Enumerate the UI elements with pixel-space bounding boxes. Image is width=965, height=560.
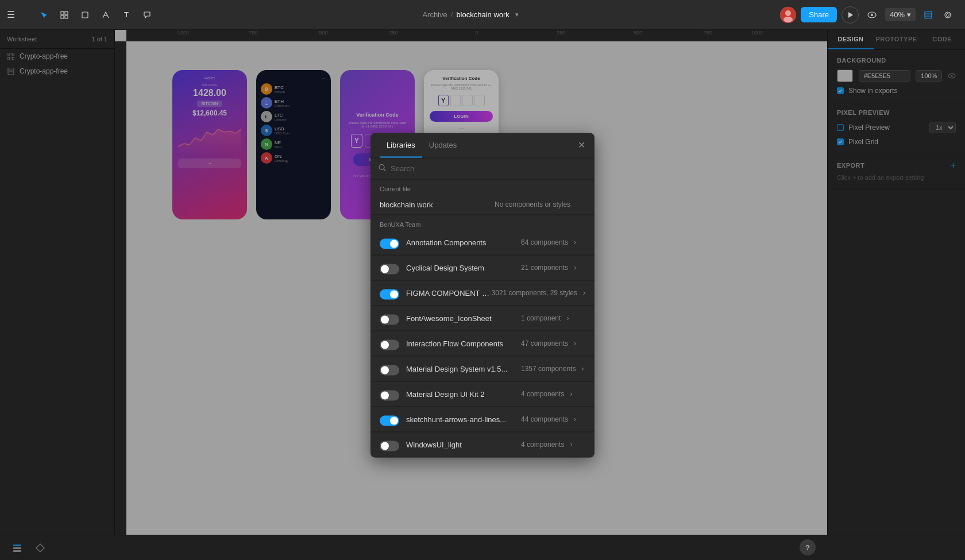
toggle-button-3[interactable] — [380, 314, 399, 325]
library-item-3[interactable]: FontAwesome_IconSheet 1 component › — [370, 306, 595, 331]
library-count-4: 47 components — [521, 339, 568, 347]
frame-tool[interactable] — [55, 6, 74, 24]
library-item-8[interactable]: WindowsUI_light 4 components › — [370, 432, 595, 457]
current-file-name: blockchain work — [380, 200, 495, 208]
archive-link[interactable]: Archive — [422, 10, 447, 19]
library-count-6: 4 components — [521, 390, 564, 398]
chevron-6: › — [570, 390, 572, 398]
library-count-8: 4 components — [521, 441, 564, 449]
toggle-0[interactable] — [380, 235, 399, 249]
toggle-3[interactable] — [380, 311, 399, 325]
breadcrumb: Archive / blockchain work ▾ — [161, 10, 780, 19]
chevron-2: › — [583, 289, 585, 297]
library-count-2: 3021 components, 29 styles — [492, 289, 577, 297]
toggle-button-4[interactable] — [380, 339, 399, 350]
assets-panel-icon[interactable] — [940, 7, 956, 23]
toggle-4[interactable] — [380, 337, 399, 350]
current-file-status: No components or styles — [495, 200, 570, 208]
modal-overlay[interactable]: Libraries Updates ✕ Current file blockch… — [0, 30, 965, 560]
library-item-1[interactable]: Cyclical Design System 21 components › — [370, 255, 595, 280]
toolbar: ☰ T Archive / blockchain work ▾ Share — [0, 0, 965, 30]
library-count-1: 21 components — [521, 264, 568, 272]
current-file-item: blockchain work No components or styles — [370, 194, 595, 215]
search-icon — [379, 164, 386, 173]
library-count-3: 1 component — [521, 314, 561, 322]
library-item-2[interactable]: FIGMA COMPONENT LIBRA... 3021 components… — [370, 280, 595, 306]
library-name-3: FontAwesome_IconSheet — [406, 314, 521, 322]
toggle-button-2[interactable] — [380, 289, 399, 299]
layers-panel-icon[interactable] — [920, 7, 936, 23]
menu-button[interactable]: ☰ — [0, 9, 30, 20]
toggle-1[interactable] — [380, 261, 399, 274]
library-name-1: Cyclical Design System — [406, 263, 521, 272]
library-name-2: FIGMA COMPONENT LIBRA... — [406, 288, 492, 297]
svg-line-25 — [384, 169, 385, 171]
modal-close-button[interactable]: ✕ — [578, 141, 585, 150]
toggle-button-0[interactable] — [380, 238, 399, 249]
library-name-6: Material Design UI Kit 2 — [406, 389, 521, 398]
library-item-7[interactable]: sketchhunt-arrows-and-lines... 44 compon… — [370, 407, 595, 432]
hamburger-icon: ☰ — [7, 9, 15, 20]
chevron-3: › — [566, 314, 569, 322]
library-item-0[interactable]: Annotation Components 64 components › — [370, 230, 595, 255]
toggle-button-1[interactable] — [380, 264, 399, 274]
zoom-control[interactable]: 40% ▾ — [885, 8, 916, 21]
library-item-6[interactable]: Material Design UI Kit 2 4 components › — [370, 381, 595, 407]
breadcrumb-chevron[interactable]: ▾ — [515, 11, 519, 18]
tool-group: T — [30, 6, 161, 24]
chevron-5: › — [581, 365, 584, 373]
svg-point-6 — [785, 10, 791, 16]
svg-point-24 — [379, 164, 384, 169]
team-header: BenUXA Team — [370, 215, 595, 230]
svg-rect-0 — [61, 11, 64, 14]
panel-icon-group — [920, 7, 956, 23]
chevron-4: › — [574, 339, 576, 347]
svg-point-10 — [871, 14, 873, 16]
toggle-button-5[interactable] — [380, 365, 399, 375]
library-name-8: WindowsUI_light — [406, 440, 521, 449]
shape-tool[interactable] — [76, 6, 94, 24]
svg-marker-8 — [848, 12, 853, 18]
library-item-4[interactable]: Interaction Flow Components 47 component… — [370, 331, 595, 356]
toggle-button-7[interactable] — [380, 415, 399, 426]
modal-tab-updates[interactable]: Updates — [422, 133, 464, 158]
chevron-0: › — [574, 238, 576, 246]
svg-rect-11 — [925, 11, 932, 18]
zoom-chevron: ▾ — [907, 10, 911, 19]
search-input[interactable] — [391, 164, 586, 173]
text-tool[interactable]: T — [117, 6, 136, 24]
zoom-label: 40% — [890, 10, 905, 19]
svg-rect-3 — [65, 16, 68, 18]
file-name: blockchain work — [456, 10, 509, 19]
avatar[interactable] — [780, 7, 796, 23]
toggle-button-8[interactable] — [380, 441, 399, 451]
current-file-header: Current file — [370, 179, 595, 194]
library-name-5: Material Design System v1.5... — [406, 364, 521, 373]
library-count-0: 64 components — [521, 238, 568, 246]
svg-rect-4 — [82, 12, 88, 18]
svg-rect-1 — [65, 11, 68, 14]
move-tool[interactable] — [34, 6, 53, 24]
chevron-8: › — [570, 441, 572, 449]
pen-tool[interactable] — [96, 6, 115, 24]
comment-tool[interactable] — [138, 6, 156, 24]
toggle-5[interactable] — [380, 362, 399, 375]
chevron-7: › — [574, 415, 576, 423]
share-button[interactable]: Share — [801, 7, 837, 22]
toggle-button-6[interactable] — [380, 390, 399, 400]
library-count-7: 44 components — [521, 415, 568, 423]
toggle-7[interactable] — [380, 412, 399, 426]
library-count-5: 1357 components — [521, 365, 576, 373]
library-name-4: Interaction Flow Components — [406, 339, 521, 347]
modal-tab-libraries[interactable]: Libraries — [380, 133, 422, 158]
toggle-2[interactable] — [380, 286, 399, 299]
toggle-8[interactable] — [380, 438, 399, 451]
present-button[interactable] — [842, 6, 859, 24]
toggle-6[interactable] — [380, 387, 399, 400]
svg-point-7 — [783, 17, 793, 22]
library-list: Annotation Components 64 components › Cy… — [370, 230, 595, 457]
view-mode-button[interactable] — [863, 6, 881, 24]
svg-rect-2 — [61, 16, 64, 18]
library-item-5[interactable]: Material Design System v1.5... 1357 comp… — [370, 356, 595, 381]
library-name-7: sketchhunt-arrows-and-lines... — [406, 415, 521, 423]
